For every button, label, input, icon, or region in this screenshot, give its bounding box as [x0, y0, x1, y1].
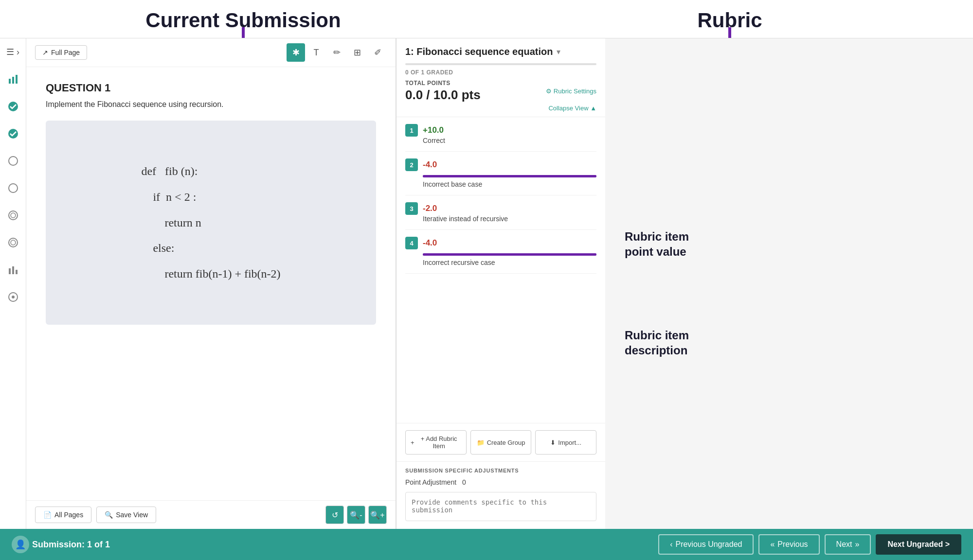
text-tool-button[interactable]: T [307, 43, 325, 62]
rubric-item-4-header: 4 -4.0 [405, 237, 596, 249]
rubric-item-3-points: -2.0 [423, 204, 437, 213]
rubric-item-2-number: 2 [405, 158, 418, 171]
rubric-item-1-number: 1 [405, 124, 418, 137]
rubric-item-3-header: 3 -2.0 [405, 202, 596, 215]
refresh-button[interactable]: ↺ [325, 506, 344, 524]
submission-body: QUESTION 1 Implement the Fibonacci seque… [26, 67, 396, 500]
menu-icon[interactable]: ☰ › [4, 43, 22, 61]
annotation-2: Rubric itemdescription [625, 328, 954, 358]
save-view-button[interactable]: 🔍 Save View [96, 507, 156, 523]
target-icon-1[interactable] [4, 207, 22, 224]
purple-bar-right [728, 27, 731, 38]
rubric-title-row: 1: Fibonacci sequence equation ▾ [405, 46, 596, 57]
nav-buttons: ‹ Previous Ungraded « Previous Next » Ne… [658, 534, 961, 555]
handwritten-code: def fib (n): if n < 2 : return n else: r… [126, 144, 295, 301]
rubric-item-3-desc: Iterative instead of recursive [423, 215, 596, 223]
svg-rect-13 [16, 270, 18, 274]
circle-icon-2[interactable] [4, 179, 22, 197]
rubric-progress-bar [405, 63, 596, 65]
svg-point-8 [11, 213, 16, 218]
folder-icon: 📁 [477, 439, 485, 446]
rubric-item-1-points: +10.0 [423, 125, 444, 135]
rubric-actions: + + Add Rubric Item 📁 Create Group ⬇ Imp… [396, 423, 605, 461]
full-page-button[interactable]: ↗ Full Page [35, 45, 87, 60]
select-tool-button[interactable]: ✱ [287, 43, 305, 62]
circle-icon-1[interactable] [4, 152, 22, 170]
rubric-item-1: 1 +10.0 Correct [405, 117, 596, 152]
download-icon: ⬇ [550, 439, 556, 446]
search-icon: 🔍 [105, 511, 113, 519]
check-icon-1[interactable] [4, 98, 22, 115]
import-button[interactable]: ⬇ Import... [535, 430, 596, 455]
svg-point-10 [11, 240, 16, 245]
toolbar-icons: ✱ T ✏ ⊞ ✐ [287, 43, 387, 62]
footer-left: 📄 All Pages 🔍 Save View [35, 507, 156, 523]
purple-bar-left [242, 27, 245, 38]
rubric-header: 1: Fibonacci sequence equation ▾ 0 OF 1 … [396, 38, 605, 117]
rubric-items: 1 +10.0 Correct 2 -4.0 Incorrect base ca… [396, 117, 605, 423]
rubric-item-4-desc: Incorrect recursive case [423, 259, 596, 266]
svg-point-3 [8, 102, 18, 111]
rubric-points-row: TOTAL POINTS 0.0 / 10.0 pts ⚙ Rubric Set… [405, 80, 596, 103]
all-pages-button[interactable]: 📄 All Pages [35, 507, 91, 523]
zoom-out-button[interactable]: 🔍- [347, 506, 365, 524]
rubric-item-2-bar [423, 175, 596, 177]
rubric-title: 1: Fibonacci sequence equation [405, 46, 553, 57]
rubric-points-value: 0.0 / 10.0 pts [405, 88, 481, 103]
double-right-arrow-icon: » [855, 540, 860, 549]
svg-point-7 [9, 211, 18, 220]
submission-adjustments: SUBMISSION SPECIFIC ADJUSTMENTS Point Ad… [396, 461, 605, 529]
pages-icon: 📄 [43, 511, 52, 519]
gear-icon: ⚙ [546, 88, 552, 95]
check-icon-2[interactable] [4, 125, 22, 142]
question-text: Implement the Fibonacci sequence using r… [46, 100, 376, 109]
rubric-item-2: 2 -4.0 Incorrect base case [405, 152, 596, 195]
annotation-1: Rubric itempoint value [625, 229, 954, 259]
expand-icon: ↗ [42, 49, 48, 56]
rubric-points-left: TOTAL POINTS 0.0 / 10.0 pts [405, 80, 481, 103]
next-ungraded-button[interactable]: Next Ungraded > [876, 534, 961, 555]
submission-toolbar: ↗ Full Page ✱ T ✏ ⊞ ✐ [26, 38, 396, 67]
next-button[interactable]: Next » [825, 534, 871, 555]
rubric-item-4-bar [423, 253, 596, 256]
question-title: QUESTION 1 [46, 82, 376, 94]
bar-chart-icon[interactable] [4, 261, 22, 279]
prev-ungraded-button[interactable]: ‹ Previous Ungraded [658, 534, 754, 555]
rubric-dropdown-arrow[interactable]: ▾ [557, 47, 560, 56]
double-left-arrow-icon: « [770, 540, 775, 549]
rubric-item-2-header: 2 -4.0 [405, 158, 596, 171]
add-rubric-item-button[interactable]: + + Add Rubric Item [405, 430, 467, 455]
svg-rect-1 [12, 77, 14, 84]
handwriting-area: ‹ def fib (n): if n < 2 : return n else:… [46, 121, 376, 325]
target-icon-2[interactable] [4, 234, 22, 251]
grid-tool-button[interactable]: ⊞ [348, 43, 366, 62]
settings-circle-icon[interactable] [4, 288, 22, 306]
collapse-view-button[interactable]: Collapse View ▲ [405, 105, 596, 112]
adjustment-row: Point Adjustment 0 [405, 478, 596, 486]
comments-input[interactable] [405, 492, 596, 521]
rubric-item-3: 3 -2.0 Iterative instead of recursive [405, 195, 596, 230]
rubric-item-1-desc: Correct [423, 137, 596, 144]
rubric-item-1-header: 1 +10.0 [405, 124, 596, 137]
svg-rect-12 [12, 266, 14, 274]
pen-tool-button[interactable]: ✏ [327, 43, 346, 62]
bottom-nav: 👤 Submission: 1 of 1 ‹ Previous Ungraded… [0, 529, 973, 560]
edit-tool-button[interactable]: ✐ [368, 43, 387, 62]
annotation-area: Rubric itempoint value Rubric itemdescri… [605, 38, 973, 529]
annotation-label-2: Rubric itemdescription [625, 328, 954, 358]
point-adjustment-value: 0 [462, 478, 466, 486]
user-avatar: 👤 [12, 536, 29, 553]
chart-icon[interactable] [4, 70, 22, 88]
zoom-in-button[interactable]: 🔍+ [368, 506, 387, 524]
submission-label: 👤 Submission: 1 of 1 [12, 536, 110, 553]
rubric-item-4-points: -4.0 [423, 238, 437, 248]
top-labels: Current Submission Rubric [0, 0, 973, 38]
footer-right: ↺ 🔍- 🔍+ [325, 506, 387, 524]
create-group-button[interactable]: 📁 Create Group [470, 430, 532, 455]
previous-button[interactable]: « Previous [758, 534, 819, 555]
rubric-settings-link[interactable]: ⚙ Rubric Settings [546, 88, 596, 95]
left-arrow-icon: ‹ [670, 540, 672, 549]
svg-rect-2 [16, 75, 18, 84]
rubric-item-4-number: 4 [405, 237, 418, 249]
submission-footer: 📄 All Pages 🔍 Save View ↺ 🔍- 🔍+ [26, 500, 396, 529]
